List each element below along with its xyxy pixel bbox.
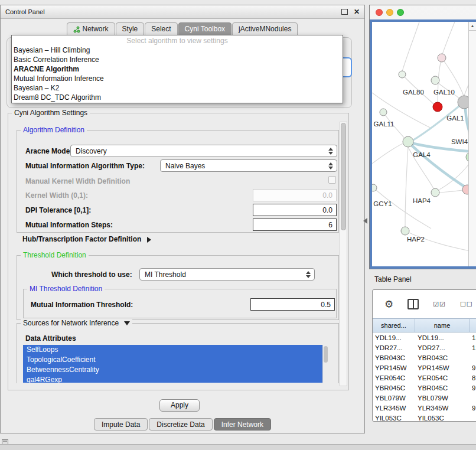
close-traffic-light-icon[interactable] [376, 9, 383, 16]
column-header-partial[interactable] [470, 319, 476, 332]
popup-item[interactable]: Bayesian – Hill Climbing [12, 45, 343, 55]
group-title: Cyni Algorithm Settings [12, 109, 90, 117]
apply-button[interactable]: Apply [159, 399, 200, 412]
mi-threshold-field[interactable]: 0.5 [250, 298, 335, 311]
table-row[interactable]: YDR27...YDR27...12 [373, 343, 476, 353]
cell-name: YBR045C [415, 384, 470, 392]
panel-splitter-collapse-icon[interactable] [363, 218, 367, 224]
network-node[interactable] [431, 188, 439, 197]
checked-boxes-icon[interactable]: ☑☑ [433, 301, 446, 308]
mi-steps-field[interactable]: 6 [253, 219, 337, 231]
table-row[interactable]: YPR145WYPR145W9. [373, 363, 476, 373]
tab-cyni-toolbox[interactable]: Cyni Toolbox [178, 22, 232, 36]
popup-item[interactable]: Mutual Information Inference [12, 74, 343, 83]
node-label: GAL11 [374, 120, 395, 128]
table-row[interactable]: YBL079WYBL079W [373, 393, 476, 403]
dpi-tolerance-label: DPI Tolerance [0,1]: [25, 206, 91, 214]
popup-item[interactable]: Basic Correlation Inference [12, 55, 343, 64]
network-node[interactable] [431, 76, 439, 84]
network-canvas[interactable]: GAL80 GAL10 GAL11 GAL1 SWI4 GAL4 GCY1 HA… [372, 22, 476, 269]
data-attributes-list[interactable]: SelfLoops TopologicalCoefficient Between… [23, 345, 328, 383]
scrollbar-thumb[interactable] [341, 123, 346, 230]
float-window-icon[interactable] [341, 9, 348, 15]
table-toolbar: ⚙ ☑☑ ☐☐ [373, 290, 476, 318]
dpi-tolerance-field[interactable]: 0.0 [253, 204, 337, 216]
node-label: HAP2 [407, 236, 425, 243]
cell-name: YPR145W [415, 364, 470, 371]
which-threshold-select[interactable]: MI Threshold [139, 268, 315, 281]
table-row[interactable]: YER054CYER054C8. [373, 373, 476, 383]
network-node[interactable] [380, 109, 387, 116]
tab-infer-network[interactable]: Infer Network [214, 418, 271, 431]
column-header-shared[interactable]: shared... [373, 319, 415, 332]
network-window-titlebar[interactable] [370, 5, 476, 19]
network-node[interactable] [372, 184, 377, 191]
list-item-selected[interactable]: SelfLoops [23, 345, 322, 355]
popup-item[interactable]: Dream8 DC_TDC Algorithm [12, 93, 343, 102]
network-node-highlighted[interactable] [433, 102, 442, 112]
cell-name: YBL079W [415, 394, 470, 402]
close-icon[interactable]: ✕ [354, 8, 360, 16]
zoom-traffic-light-icon[interactable] [397, 9, 404, 16]
manual-kernel-width-label: Manual Kernel Width Definition [25, 177, 130, 185]
cell-value: 9. [470, 384, 476, 392]
manual-kernel-width-checkbox[interactable] [328, 176, 336, 184]
list-item-selected[interactable]: BetweennessCentrality [23, 365, 322, 375]
tab-discretize-data[interactable]: Discretize Data [149, 418, 212, 431]
group-title: MI Threshold Definition [27, 285, 105, 293]
unchecked-boxes-icon[interactable]: ☐☐ [460, 301, 473, 308]
network-view-window: GAL80 GAL10 GAL11 GAL1 SWI4 GAL4 GCY1 HA… [369, 5, 476, 269]
network-node[interactable] [401, 227, 409, 235]
table-header: shared... name [373, 318, 476, 332]
columns-icon[interactable] [407, 299, 419, 309]
kernel-width-field[interactable]: 0.0 [253, 189, 337, 201]
popup-placeholder: Select algorithm to view settings [12, 36, 343, 45]
scrollbar-thumb[interactable] [324, 346, 328, 363]
gear-icon[interactable]: ⚙ [384, 299, 393, 309]
tab-impute-data[interactable]: Impute Data [94, 418, 148, 431]
cell-shared: YDR27... [373, 344, 415, 351]
network-scrollbar[interactable]: ▲ [468, 22, 476, 266]
network-node[interactable] [403, 136, 413, 147]
table-body: YDL19...YDL19...13 YDR27...YDR27...12 YB… [373, 332, 476, 422]
tab-style[interactable]: Style [116, 22, 145, 36]
node-label: GCY1 [373, 200, 392, 207]
table-row[interactable]: YDL19...YDL19...13 [373, 332, 476, 343]
column-header-name[interactable]: name [415, 319, 470, 332]
table-row[interactable]: YIL053CYIL053C [373, 413, 476, 422]
minimize-traffic-light-icon[interactable] [386, 9, 393, 16]
cell-name: YDR27... [415, 344, 470, 351]
network-node[interactable] [438, 54, 446, 62]
tab-network[interactable]: Network [67, 22, 115, 36]
tab-select[interactable]: Select [145, 22, 177, 36]
tab-label: jActiveMNodules [239, 25, 291, 34]
list-item-selected[interactable]: TopologicalCoefficient [23, 355, 322, 365]
mi-algorithm-type-value: Naive Bayes [165, 162, 205, 170]
cell-shared: YBL079W [373, 394, 415, 402]
popup-item-selected[interactable]: ARACNE Algorithm [12, 64, 343, 74]
table-panel-window: ⚙ ☑☑ ☐☐ shared... name YDL19...YDL19...1… [372, 289, 476, 422]
popup-item[interactable]: Bayesian – K2 [12, 83, 343, 93]
network-node[interactable] [399, 71, 406, 78]
table-row[interactable]: YBR045CYBR045C9. [373, 383, 476, 393]
node-label: GAL4 [413, 151, 431, 158]
control-panel-titlebar[interactable]: Control Panel ✕ [1, 5, 364, 19]
table-row[interactable]: YLR345WYLR345W9. [373, 403, 476, 413]
mi-algorithm-type-select[interactable]: Naive Bayes [160, 159, 337, 172]
cell-shared: YIL053C [373, 415, 415, 422]
settings-scrollbar[interactable] [340, 122, 347, 386]
aracne-mode-select[interactable]: Discovery [70, 145, 337, 157]
node-label: HAP4 [413, 197, 431, 204]
table-row[interactable]: YBR043CYBR043C [373, 353, 476, 363]
cell-shared: YBR043C [373, 354, 415, 361]
which-threshold-value: MI Threshold [145, 270, 186, 279]
sources-group-toggle[interactable]: Sources for Network Inference [21, 319, 132, 327]
list-item-selected[interactable]: gal4RGexp [23, 375, 322, 383]
list-scrollbar[interactable] [322, 345, 328, 383]
tab-jactivemnodules[interactable]: jActiveMNodules [232, 22, 298, 36]
cell-value: 9. [470, 405, 476, 412]
scroll-up-icon[interactable]: ▲ [469, 22, 476, 31]
aracne-mode-label: Aracne Mode: [25, 147, 72, 155]
sources-group-title: Sources for Network Inference [23, 319, 119, 327]
hub-section-toggle[interactable]: Hub/Transcription Factor Definition [22, 235, 151, 243]
